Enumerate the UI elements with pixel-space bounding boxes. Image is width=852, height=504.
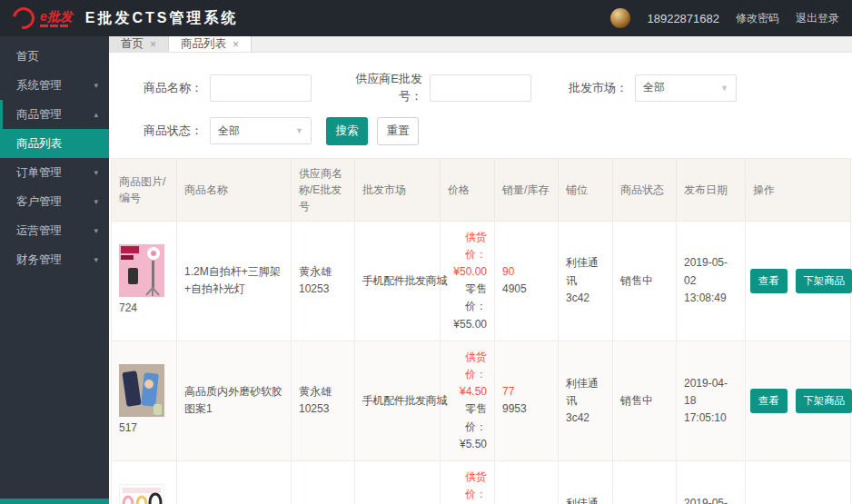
product-thumbnail-phone-cases <box>119 364 164 417</box>
product-id: 724 <box>119 300 169 317</box>
sidebar-item-label: 财务管理 <box>16 252 62 268</box>
tab-goods-list[interactable]: 商品列表 × <box>169 36 252 52</box>
tab-label: 商品列表 <box>181 36 226 52</box>
sidebar-item-orders[interactable]: 订单管理 ▾ <box>0 158 109 187</box>
market-select-value: 全部 <box>643 80 665 95</box>
tab-bar: 首页 × 商品列表 × <box>109 36 852 53</box>
sidebar: 首页 系统管理 ▾ 商品管理 ▴ 商品列表 订单管理 ▾ 客户管理 ▾ 运营管理… <box>0 36 109 504</box>
col-header-supplier: 供应商名称/E批发号 <box>292 158 355 221</box>
publish-date: 2019-05-24 <box>684 495 738 504</box>
stock-count: 4905 <box>502 281 550 298</box>
off-shelf-button[interactable]: 下架商品 <box>796 389 852 413</box>
retail-price-label: 零售价： <box>448 281 487 315</box>
tab-home[interactable]: 首页 × <box>109 36 169 52</box>
supplier-name: 黄永雄 <box>299 383 347 400</box>
market-name: 手机配件批发商城 <box>355 221 441 341</box>
chevron-down-icon: ▾ <box>94 255 98 264</box>
status-text: 销售中 <box>613 460 677 504</box>
page-title: E批发CTS管理系统 <box>85 9 239 28</box>
booth-name: 利佳通讯 <box>566 495 605 504</box>
sidebar-item-label: 商品列表 <box>16 136 62 152</box>
col-header-image-id: 商品图片/编号 <box>112 158 177 221</box>
sidebar-item-label: 系统管理 <box>16 78 62 94</box>
app-logo: e批发 <box>13 7 73 29</box>
sidebar-item-goods-list[interactable]: 商品列表 <box>0 129 109 158</box>
filter-panel: 商品名称： 供应商E批发号： 批发市场： 全部 ▼ 商品状态： 全部 ▼ 搜索 … <box>109 53 852 158</box>
col-header-date: 发布日期 <box>677 158 746 221</box>
col-header-name: 商品名称 <box>177 158 292 221</box>
retail-price-label: 零售价： <box>448 400 487 435</box>
col-header-sales-stock: 销量/库存 <box>495 158 559 221</box>
table-row: 517 高品质内外磨砂软胶图案1 黄永雄 10253 手机配件批发商城 供货价：… <box>112 341 851 460</box>
booth-no: 3c42 <box>566 290 605 307</box>
chevron-down-icon: ▾ <box>94 168 98 177</box>
market-select[interactable]: 全部 ▼ <box>635 74 737 102</box>
sidebar-item-system[interactable]: 系统管理 ▾ <box>0 71 109 100</box>
booth-name: 利佳通讯 <box>566 254 605 289</box>
close-icon[interactable]: × <box>233 38 239 51</box>
product-name-input[interactable] <box>210 74 312 102</box>
supplier-no-input[interactable] <box>430 74 531 102</box>
booth-no: 3c42 <box>566 410 605 427</box>
supplier-name: 黄永雄 <box>299 263 347 281</box>
supplier-no: 10253 <box>299 281 347 298</box>
sidebar-item-goods[interactable]: 商品管理 ▴ <box>0 100 109 129</box>
supply-price: ¥4.50 <box>448 383 487 400</box>
col-header-actions: 操作 <box>746 158 851 221</box>
table-header-row: 商品图片/编号 商品名称 供应商名称/E批发号 批发市场 价格 销量/库存 铺位… <box>112 158 851 221</box>
supply-price-label: 供货价： <box>448 229 487 263</box>
sidebar-item-label: 客户管理 <box>16 194 62 210</box>
view-button[interactable]: 查看 <box>750 389 788 413</box>
stock-count: 9953 <box>502 400 550 418</box>
off-shelf-button[interactable]: 下架商品 <box>796 269 852 293</box>
logo-swoosh-icon <box>8 3 38 33</box>
status-text: 销售中 <box>613 221 677 341</box>
product-thumbnail-selfie-stick <box>119 244 164 297</box>
view-button[interactable]: 查看 <box>750 269 788 293</box>
sidebar-item-operations[interactable]: 运营管理 ▾ <box>0 216 109 245</box>
chevron-down-icon: ▾ <box>94 197 98 206</box>
col-header-price: 价格 <box>441 158 495 221</box>
publish-time: 13:08:49 <box>684 290 738 307</box>
logo-text: e批发 <box>40 10 73 23</box>
booth-name: 利佳通讯 <box>566 375 605 410</box>
supply-price-label: 供货价： <box>448 349 487 383</box>
reset-button[interactable]: 重置 <box>377 117 419 145</box>
chevron-down-icon: ▾ <box>94 226 98 235</box>
logout-link[interactable]: 退出登录 <box>796 11 839 26</box>
close-icon[interactable]: × <box>150 38 156 51</box>
market-label: 批发市场： <box>568 80 628 96</box>
publish-date: 2019-04-18 <box>684 375 738 410</box>
table-row: 724 1.2M自拍杆+三脚架+自拍补光灯 黄永雄 10253 手机配件批发商城… <box>112 221 851 341</box>
sidebar-bottom-strip <box>0 499 109 504</box>
status-select[interactable]: 全部 ▼ <box>210 117 312 144</box>
publish-date: 2019-05-02 <box>684 254 738 289</box>
status-text: 销售中 <box>613 341 677 460</box>
product-thumbnail-fans <box>119 484 164 504</box>
products-table: 商品图片/编号 商品名称 供应商名称/E批发号 批发市场 价格 销量/库存 铺位… <box>111 158 851 504</box>
table-row: 612 M10无叶风扇 黄永雄 10253 手机配件批发商城 供货价： ¥18.… <box>112 460 851 504</box>
status-label: 商品状态： <box>141 123 203 139</box>
col-header-booth: 铺位 <box>559 158 613 221</box>
user-avatar[interactable] <box>610 8 630 28</box>
col-header-market: 批发市场 <box>355 158 441 221</box>
sales-count: 77 <box>502 383 550 400</box>
product-name: M10无叶风扇 <box>177 460 292 504</box>
chevron-down-icon: ▾ <box>94 81 98 90</box>
sidebar-item-home[interactable]: 首页 <box>0 42 109 71</box>
user-phone: 18922871682 <box>647 12 719 25</box>
market-name: 手机配件批发商城 <box>355 460 441 504</box>
chevron-down-icon: ▼ <box>720 84 728 93</box>
change-password-link[interactable]: 修改密码 <box>736 11 779 26</box>
col-header-status: 商品状态 <box>613 158 677 221</box>
top-header: e批发 E批发CTS管理系统 18922871682 修改密码 退出登录 <box>0 0 852 36</box>
search-button[interactable]: 搜索 <box>326 117 368 145</box>
sidebar-item-customers[interactable]: 客户管理 ▾ <box>0 187 109 216</box>
sidebar-item-label: 商品管理 <box>16 107 62 123</box>
publish-time: 17:05:10 <box>684 410 738 427</box>
sidebar-item-finance[interactable]: 财务管理 ▾ <box>0 245 109 274</box>
supplier-no: 10253 <box>299 400 347 418</box>
product-name: 高品质内外磨砂软胶图案1 <box>177 341 292 460</box>
chevron-up-icon: ▴ <box>94 110 98 119</box>
chevron-down-icon: ▼ <box>295 126 303 135</box>
